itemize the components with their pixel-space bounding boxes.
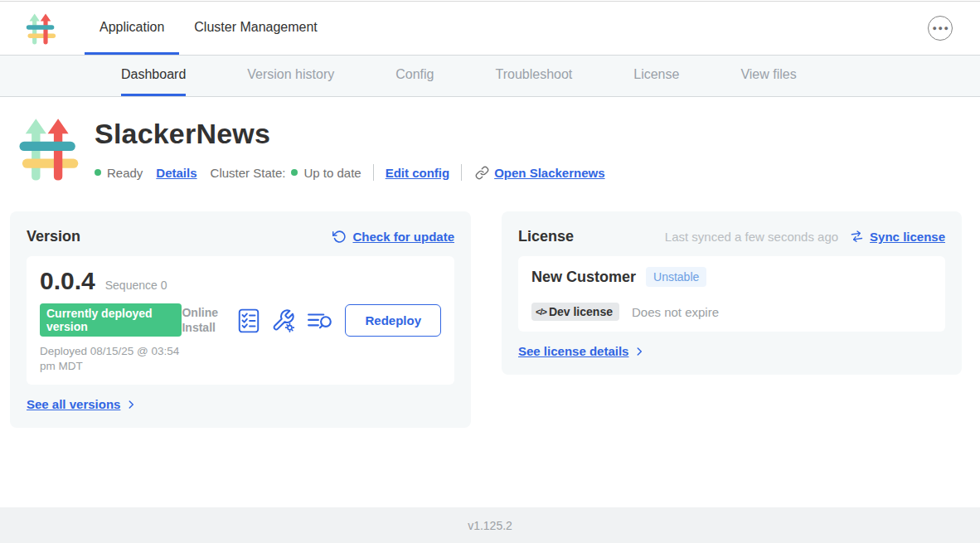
app-header: SlackerNews Ready Details Cluster State:… bbox=[0, 97, 980, 188]
slackernews-logo-large bbox=[17, 109, 80, 188]
subnav-troubleshoot-label: Troubleshoot bbox=[495, 67, 572, 82]
overflow-menu-button[interactable]: ●●● bbox=[928, 16, 953, 41]
subnav-item-dashboard[interactable]: Dashboard bbox=[121, 56, 186, 96]
current-version-panel: 0.0.4 Sequence 0 Currently deployed vers… bbox=[27, 256, 454, 385]
open-app-link[interactable]: Open Slackernews bbox=[494, 166, 604, 180]
install-type-label: Online Install bbox=[182, 306, 226, 335]
divider bbox=[373, 164, 374, 181]
edit-config-link[interactable]: Edit config bbox=[386, 166, 450, 180]
chevron-right-icon bbox=[633, 346, 645, 357]
app-logo-small bbox=[25, 2, 56, 55]
top-navbar: Application Cluster Management ●●● bbox=[0, 2, 980, 56]
app-subnav: Dashboard Version history Config Trouble… bbox=[0, 56, 980, 97]
link-icon bbox=[475, 166, 489, 180]
license-card: License Last synced a few seconds ago Sy… bbox=[502, 211, 962, 375]
sequence-label: Sequence 0 bbox=[105, 279, 167, 292]
lines-magnifier-icon bbox=[307, 310, 333, 332]
version-card: Version Check for update 0.0.4 Sequence … bbox=[10, 211, 471, 428]
sync-license-action[interactable]: Sync license bbox=[850, 230, 945, 244]
code-icon: </> bbox=[536, 307, 546, 317]
app-status-row: Ready Details Cluster State: Up to date … bbox=[95, 164, 605, 181]
preflight-checks-button[interactable] bbox=[238, 308, 260, 333]
refresh-icon bbox=[332, 230, 347, 244]
redeploy-button[interactable]: Redeploy bbox=[345, 304, 441, 337]
tab-application[interactable]: Application bbox=[85, 2, 179, 55]
app-status-dot bbox=[95, 169, 101, 176]
see-all-versions-link[interactable]: See all versions bbox=[27, 397, 120, 411]
subnav-view-files-label: View files bbox=[740, 67, 796, 82]
license-detail-panel: New Customer Unstable </> Dev license Do… bbox=[518, 256, 945, 332]
subnav-item-license[interactable]: License bbox=[633, 56, 679, 96]
license-expiry-text: Does not expire bbox=[632, 305, 719, 319]
sync-arrows-icon bbox=[849, 229, 865, 245]
license-type-badge: </> Dev license bbox=[531, 303, 619, 321]
divider bbox=[461, 164, 462, 181]
subnav-item-version-history[interactable]: Version history bbox=[247, 56, 334, 96]
see-all-versions-row: See all versions bbox=[27, 397, 454, 411]
deployed-status-badge: Currently deployed version bbox=[40, 303, 182, 337]
version-card-title: Version bbox=[27, 228, 80, 245]
wrench-gear-icon bbox=[271, 308, 295, 332]
app-status-text: Ready bbox=[107, 166, 143, 180]
channel-badge: Unstable bbox=[646, 267, 706, 287]
cluster-state-dot bbox=[291, 169, 298, 176]
subnav-config-label: Config bbox=[395, 67, 434, 82]
sync-license-link[interactable]: Sync license bbox=[870, 230, 945, 244]
tab-cluster-management[interactable]: Cluster Management bbox=[179, 2, 332, 55]
check-for-update-action[interactable]: Check for update bbox=[332, 230, 454, 244]
edit-config-button[interactable] bbox=[271, 308, 295, 332]
status-details-link[interactable]: Details bbox=[156, 166, 196, 180]
checklist-icon bbox=[238, 308, 260, 333]
subnav-dashboard-label: Dashboard bbox=[121, 67, 186, 82]
chevron-right-icon bbox=[125, 399, 137, 410]
tab-application-label: Application bbox=[99, 20, 164, 35]
check-for-update-link[interactable]: Check for update bbox=[352, 230, 454, 244]
cluster-state-value: Up to date bbox=[303, 166, 361, 180]
dashboard-cards: Version Check for update 0.0.4 Sequence … bbox=[0, 211, 980, 428]
page-title: SlackerNews bbox=[95, 118, 605, 150]
subnav-item-troubleshoot[interactable]: Troubleshoot bbox=[495, 56, 572, 96]
subnav-license-label: License bbox=[633, 67, 679, 82]
version-number: 0.0.4 bbox=[40, 267, 95, 295]
console-version-text: v1.125.2 bbox=[468, 519, 512, 532]
ellipsis-icon: ●●● bbox=[933, 24, 950, 32]
see-license-details-row: See license details bbox=[518, 344, 945, 358]
customer-name: New Customer bbox=[531, 269, 636, 286]
see-license-details-link[interactable]: See license details bbox=[518, 344, 628, 358]
cluster-state-label: Cluster State: bbox=[211, 166, 286, 180]
last-synced-text: Last synced a few seconds ago bbox=[665, 230, 838, 244]
tab-cluster-management-label: Cluster Management bbox=[194, 20, 318, 35]
license-type-label: Dev license bbox=[549, 305, 613, 318]
subnav-item-view-files[interactable]: View files bbox=[740, 56, 796, 96]
slackernews-logo-icon bbox=[25, 11, 56, 46]
subnav-version-history-label: Version history bbox=[247, 67, 334, 82]
license-card-title: License bbox=[518, 228, 574, 245]
console-footer: v1.125.2 bbox=[0, 507, 980, 543]
view-logs-button[interactable] bbox=[307, 310, 333, 332]
subnav-item-config[interactable]: Config bbox=[395, 56, 434, 96]
deployed-timestamp: Deployed 08/15/25 @ 03:54 pm MDT bbox=[40, 344, 182, 374]
